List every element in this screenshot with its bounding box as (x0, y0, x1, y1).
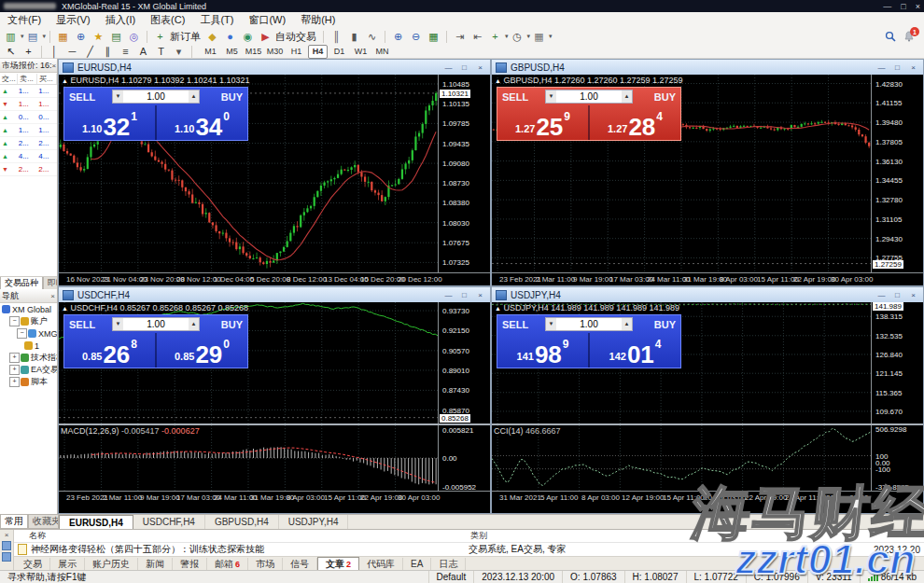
navigator-item[interactable]: +EA交易 (0, 364, 57, 376)
expand-icon[interactable]: + (9, 377, 20, 387)
terminal-tab[interactable]: 警报 (173, 558, 207, 570)
lot-decrease-button[interactable]: ▼ (546, 318, 556, 330)
tab-tick-chart[interactable]: 即时图 (43, 277, 57, 290)
sell-button[interactable]: SELL (502, 319, 541, 330)
line-view-icon[interactable]: ∿ (364, 30, 380, 44)
data-window-toggle-icon[interactable]: ⊕ (73, 30, 89, 44)
terminal-tab[interactable]: 日志 (431, 558, 466, 570)
market-watch-row[interactable]: ▲4...4... (0, 150, 57, 163)
crosshair-tool-icon[interactable]: + (21, 45, 36, 59)
periods-icon[interactable]: ◷ (510, 30, 525, 44)
chart-plot-area[interactable]: ▲ USDCHF,H4 0.85267 0.85268 0.85267 0.85… (59, 302, 438, 423)
lot-size-input[interactable]: 1.00 (556, 318, 622, 330)
trendline-tool-icon[interactable]: ╱ (82, 45, 98, 59)
terminal-tab[interactable]: 市场 (248, 558, 283, 570)
buy-price-button[interactable]: 0.85290 (157, 333, 247, 368)
column-name[interactable]: 名称 (14, 530, 470, 542)
price-axis[interactable]: 138.315132.535126.840121.145115.365109.6… (871, 302, 923, 423)
market-watch-row[interactable]: ▲1...1... (0, 85, 57, 98)
chart-close-button[interactable]: × (907, 63, 919, 72)
sell-price-button[interactable]: 1.10321 (64, 105, 155, 140)
chart-window-titlebar[interactable]: USDJPY,H4 — □ × (492, 287, 923, 303)
lot-size-input[interactable]: 1.00 (123, 90, 189, 103)
timeframe-m5-button[interactable]: M5 (222, 45, 242, 59)
restore-button[interactable]: □ (901, 2, 905, 11)
chart-restore-button[interactable]: □ (458, 63, 470, 72)
vertical-line-tool-icon[interactable]: │ (47, 45, 63, 59)
lot-increase-button[interactable]: ▲ (622, 318, 632, 330)
collapse-icon[interactable]: − (17, 328, 27, 339)
time-axis[interactable]: 16 Nov 202321 Nov 04:0023 Nov 20:0028 No… (59, 272, 490, 285)
terminal-tab[interactable]: 代码库 (359, 558, 403, 570)
market-watch-header[interactable]: 市场报价: 16: × (0, 59, 57, 73)
column-category[interactable]: 类别 (470, 530, 924, 542)
terminal-tab[interactable]: 文章2 (317, 557, 359, 571)
timeframe-d1-button[interactable]: D1 (329, 45, 349, 59)
lot-decrease-button[interactable]: ▼ (113, 90, 123, 103)
new-chart-icon[interactable]: ▥ (3, 30, 19, 44)
terminal-tab[interactable]: 交易 (16, 558, 50, 570)
sell-price-button[interactable]: 141989 (497, 333, 588, 368)
navigator-item[interactable]: −账户 (0, 315, 57, 327)
templates-dropdown-icon[interactable]: ▾ (549, 33, 553, 40)
label-tool-icon[interactable]: T (153, 45, 169, 59)
sidebar-tab-0[interactable]: 常用 (0, 515, 28, 529)
menu-item[interactable]: 工具(T) (192, 12, 241, 28)
chart-window-titlebar[interactable]: USDCHF,H4 — □ × (59, 287, 490, 303)
chart-close-button[interactable]: × (907, 291, 919, 299)
chart-window-titlebar[interactable]: GBPUSD,H4 — □ × (492, 60, 923, 76)
buy-price-button[interactable]: 1.27284 (590, 105, 680, 140)
expand-icon[interactable]: + (9, 365, 20, 375)
cursor-tool-icon[interactable]: ↖ (3, 45, 19, 59)
article-row[interactable]: 神经网络变得轻松（第四十五部分）：训练状态探索技能 交易系统, EA交易, 专家… (14, 543, 924, 556)
chart-minimize-button[interactable]: — (875, 63, 888, 72)
sidebar-tab-1[interactable]: 收藏夹 (28, 515, 59, 529)
sell-button[interactable]: SELL (69, 319, 108, 330)
auto-trading-label[interactable]: 自动交易 (275, 30, 316, 44)
navigator-header[interactable]: 导航 × (0, 289, 57, 303)
tab-symbols[interactable]: 交易品种 (0, 277, 43, 290)
lot-decrease-button[interactable]: ▼ (113, 318, 123, 330)
text-tool-icon[interactable]: A (135, 45, 151, 59)
search-icon[interactable] (885, 31, 896, 42)
buy-button[interactable]: BUY (637, 91, 676, 103)
terminal-strip-icon2[interactable] (2, 552, 11, 562)
navigator-item[interactable]: −XMG (0, 327, 57, 340)
terminal-tab[interactable]: 邮箱6 (207, 558, 248, 570)
chart-plot-area[interactable]: ▲ GBPUSD,H4 1.27260 1.27260 1.27259 1.27… (492, 75, 871, 272)
indicator-subwindow[interactable]: MACD(12,26,9) -0.005417 -0.000627 (59, 425, 438, 491)
bars-view-icon[interactable]: ║ (329, 30, 344, 44)
collapse-icon[interactable]: − (9, 316, 20, 326)
navigator-item[interactable]: +技术指标 (0, 352, 57, 364)
chart-tab[interactable]: EURUSD,H4 (59, 515, 133, 529)
terminal-strip-icon[interactable] (2, 541, 11, 550)
terminal-tab[interactable]: EA (403, 558, 431, 570)
chart-plot-area[interactable]: ▲ EURUSD,H4 1.10279 1.10392 1.10241 1.10… (59, 75, 438, 272)
terminal-tab[interactable]: 信号 (283, 558, 317, 570)
market-watch-row[interactable]: ▲1...1... (0, 124, 57, 137)
mql5-community-icon[interactable]: ● (222, 30, 238, 44)
minimize-button[interactable]: — (883, 2, 891, 11)
sell-price-button[interactable]: 0.85268 (64, 333, 155, 368)
chart-tab[interactable]: GBPUSD,H4 (205, 515, 279, 529)
timeframe-h4-button[interactable]: H4 (308, 45, 328, 59)
timeframe-mn-button[interactable]: MN (372, 45, 392, 59)
expand-icon[interactable]: + (9, 353, 20, 363)
time-axis[interactable]: 23 Feb 20212 Mar 11:009 Mar 19:0017 Mar … (59, 491, 490, 504)
chart-restore-button[interactable]: □ (891, 63, 903, 72)
buy-price-button[interactable]: 142014 (590, 333, 680, 368)
menu-item[interactable]: 图表(C) (143, 12, 192, 28)
price-axis[interactable]: 0.937300.921500.905700.890100.874300.858… (438, 302, 490, 423)
market-watch-row[interactable]: ▼2...2... (0, 163, 57, 176)
terminal-toggle-icon[interactable]: ▤ (108, 30, 124, 44)
profiles-icon[interactable]: ▤ (25, 30, 41, 44)
chart-tab[interactable]: USDJPY,H4 (279, 515, 349, 529)
lot-increase-button[interactable]: ▲ (622, 90, 632, 103)
profiles-dropdown-icon[interactable]: ▾ (43, 33, 47, 40)
terminal-tab[interactable]: 展示 (50, 558, 85, 570)
buy-button[interactable]: BUY (637, 319, 676, 330)
buy-price-button[interactable]: 1.10340 (157, 105, 247, 140)
chart-close-button[interactable]: × (474, 291, 486, 299)
navigator-close-icon[interactable]: × (50, 292, 55, 300)
chart-window-titlebar[interactable]: EURUSD,H4 — □ × (59, 60, 490, 76)
